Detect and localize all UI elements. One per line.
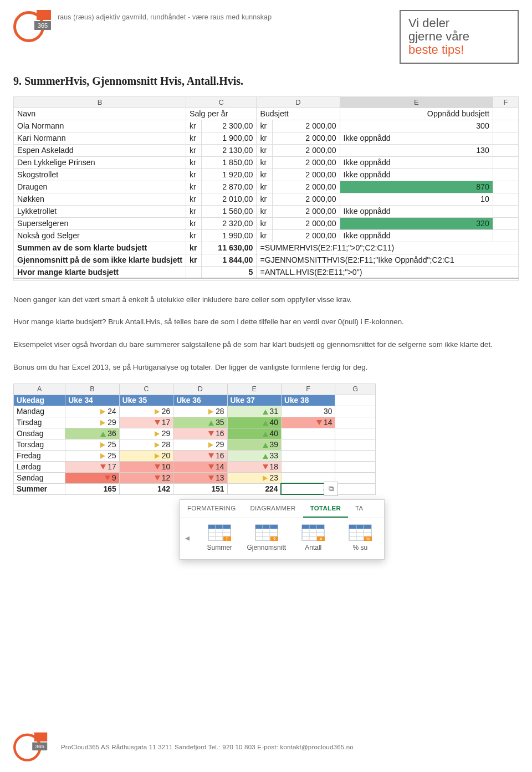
qa-tab-formatering[interactable]: FORMATERING bbox=[180, 500, 243, 518]
arrow-rt-icon bbox=[100, 442, 106, 448]
cell-kr bbox=[186, 266, 202, 278]
arrow-dn-icon bbox=[155, 420, 160, 426]
tip-line-3: beste tips! bbox=[408, 43, 509, 57]
table-row: Superselgerenkr2 320,00kr2 000,00320 bbox=[14, 217, 519, 229]
cell-value: 25 bbox=[65, 450, 119, 461]
cell-value: 35 bbox=[173, 417, 227, 428]
cell-value bbox=[281, 450, 335, 461]
arrow-dn-icon bbox=[155, 476, 160, 481]
cell-kr: kr bbox=[186, 254, 202, 266]
qa-item-label: % su bbox=[340, 544, 381, 551]
svg-rect-1 bbox=[208, 525, 231, 529]
tip-line-1: Vi deler bbox=[408, 17, 509, 30]
qa-item-summer[interactable]: ΣSummer bbox=[199, 524, 241, 551]
cell-day: Tirsdag bbox=[14, 417, 65, 428]
col-a: A bbox=[14, 384, 65, 395]
cell-value: 29 bbox=[65, 417, 119, 428]
table-row: Mandag2426283130 bbox=[14, 406, 376, 417]
sum-formula: =ANTALL.HVIS(E2:E11;">0") bbox=[257, 266, 519, 278]
logo-365-badge: 365 bbox=[34, 21, 51, 30]
svg-rect-25 bbox=[349, 525, 371, 529]
cell-value: 12 bbox=[119, 472, 173, 483]
spreadsheet-budget: B C D E F Navn Salg per år Budsjett Oppn… bbox=[13, 96, 519, 281]
hdr-ukedag: Ukedag bbox=[14, 395, 65, 406]
cell-kr: kr bbox=[257, 193, 272, 205]
col-c2: C bbox=[119, 384, 173, 395]
sum-row: Summer 165 142 151 224 44 bbox=[14, 483, 376, 494]
cell-day: Lørdag bbox=[14, 461, 65, 472]
sum-3: 224 bbox=[227, 483, 281, 494]
arrow-rt-icon bbox=[100, 409, 106, 415]
cell-kr: kr bbox=[186, 205, 202, 217]
paragraph-2: Hvor mange klarte budsjett? Bruk Antall.… bbox=[13, 315, 519, 329]
cell-value: 36 bbox=[65, 428, 119, 439]
cell-salg: 2 010,00 bbox=[201, 193, 257, 205]
hdr-oppnadd: Oppnådd budsjett bbox=[340, 108, 493, 120]
sum-value: 1 844,00 bbox=[201, 254, 257, 266]
table-row: Skogstrolletkr1 920,00kr2 000,00Ikke opp… bbox=[14, 168, 519, 181]
cell-kr: kr bbox=[186, 229, 202, 242]
table-row: Kari Normannkr1 900,00kr2 000,00Ikke opp… bbox=[14, 132, 519, 144]
hdr-blank bbox=[493, 108, 518, 120]
cell-name: Draugen bbox=[14, 181, 186, 193]
qa-tab-totaler[interactable]: TOTALER bbox=[303, 500, 348, 518]
col-b2: B bbox=[65, 384, 119, 395]
cell-value bbox=[281, 461, 335, 472]
cell-kr: kr bbox=[257, 229, 272, 242]
cell-blank bbox=[335, 417, 376, 428]
cell-blank bbox=[335, 428, 376, 439]
cell-oppnadd: Ikke oppnådd bbox=[340, 205, 493, 217]
table-row: Lørdag17101418 bbox=[14, 461, 376, 472]
hdr-salg: Salg per år bbox=[186, 108, 257, 120]
table-row: Draugenkr2 870,00kr2 000,00870 bbox=[14, 181, 519, 193]
table-row: Nokså god Selgerkr1 990,00kr2 000,00Ikke… bbox=[14, 229, 519, 242]
cell-value: 25 bbox=[65, 439, 119, 450]
footer-text: ProCloud365 AS Rådhusgata 11 3211 Sandef… bbox=[61, 744, 354, 750]
cell-blank bbox=[493, 193, 518, 205]
arrow-dn-icon bbox=[105, 476, 110, 481]
sum-label: Gjennomsnitt på de som ikke klarte budsj… bbox=[14, 254, 186, 266]
hdr-navn: Navn bbox=[14, 108, 186, 120]
cell-value: 14 bbox=[173, 461, 227, 472]
sum-1: 142 bbox=[119, 483, 173, 494]
qa-item-% su[interactable]: %% su bbox=[340, 524, 381, 551]
hdr-uke35: Uke 35 bbox=[119, 395, 173, 406]
cell-salg: 2 320,00 bbox=[201, 217, 257, 229]
cell-kr: kr bbox=[186, 120, 202, 132]
hdr-uke34: Uke 34 bbox=[65, 395, 119, 406]
cell-value: 33 bbox=[227, 450, 281, 461]
qa-item-label: Antall bbox=[293, 544, 334, 551]
cell-value: 29 bbox=[119, 428, 173, 439]
cell-budsjett: 2 000,00 bbox=[272, 132, 340, 144]
cell-budsjett: 2 000,00 bbox=[272, 120, 340, 132]
cell-value bbox=[281, 439, 335, 450]
table-row: Espen Askeladdkr2 130,00kr2 000,00130 bbox=[14, 144, 519, 156]
qa-tab-diagrammer[interactable]: DIAGRAMMER bbox=[243, 500, 303, 518]
arrow-dn-icon bbox=[208, 453, 214, 459]
summary-row: Hvor mange klarte budsjett5=ANTALL.HVIS(… bbox=[14, 266, 519, 278]
col-g2: G bbox=[335, 384, 376, 395]
arrow-dn-icon bbox=[155, 464, 160, 470]
qa-item-antall[interactable]: #Antall bbox=[293, 524, 334, 551]
qa-item-gjennomsnitt[interactable]: x̄Gjennomsnitt bbox=[246, 524, 288, 551]
qa-tab-ta[interactable]: TA bbox=[348, 500, 370, 518]
arrow-up-icon bbox=[263, 442, 268, 448]
cell-oppnadd: Ikke oppnådd bbox=[340, 229, 493, 242]
cell-value: 28 bbox=[119, 439, 173, 450]
table-row: Onsdag36291640 bbox=[14, 428, 376, 439]
cell-budsjett: 2 000,00 bbox=[272, 205, 340, 217]
cell-kr: kr bbox=[257, 120, 272, 132]
cell-name: Superselgeren bbox=[14, 217, 186, 229]
cell-name: Lykketrollet bbox=[14, 205, 186, 217]
arrow-up-icon bbox=[208, 420, 214, 426]
cell-blank bbox=[493, 229, 518, 242]
col-f2: F bbox=[281, 384, 335, 395]
table-row: Ola Normannkr2 300,00kr2 000,00300 bbox=[14, 120, 519, 132]
quick-analysis-icon[interactable]: ⧉ bbox=[324, 482, 338, 496]
prev-arrow-icon[interactable]: ◂ bbox=[183, 533, 191, 543]
sum-label: Summen av de som klarte budsjett bbox=[14, 242, 186, 254]
cell-value: 16 bbox=[173, 450, 227, 461]
arrow-dn-icon bbox=[100, 464, 106, 470]
header-row: Navn Salg per år Budsjett Oppnådd budsje… bbox=[14, 108, 519, 120]
cell-value: 28 bbox=[173, 406, 227, 417]
